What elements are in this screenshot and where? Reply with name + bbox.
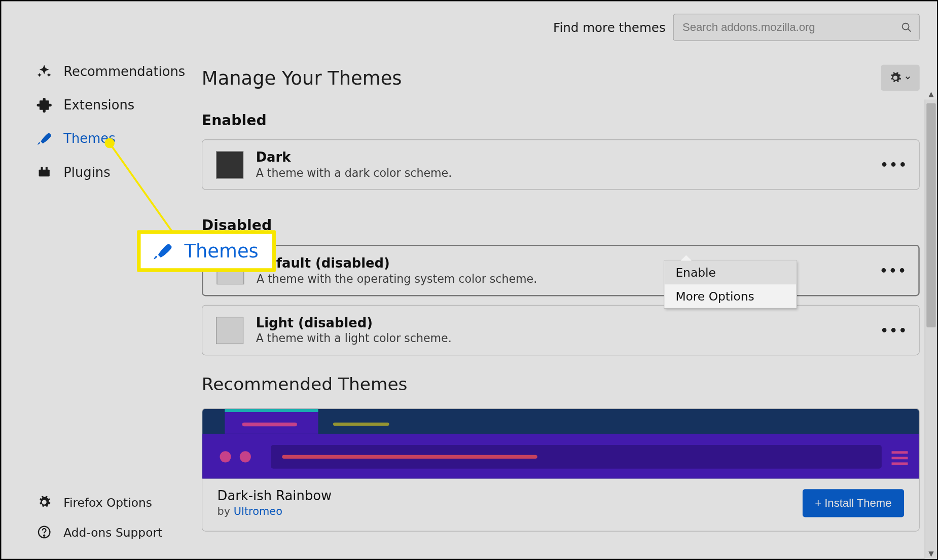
sidebar-item-label: Recommendations [63,64,185,79]
recommended-theme-card[interactable]: Dark-ish Rainbow by Ultromeo + Install T… [202,408,920,532]
sidebar-item-themes[interactable]: Themes [36,131,202,147]
scrollbar-thumb[interactable] [926,103,935,327]
sidebar-item-plugins[interactable]: Plugins [36,164,202,180]
recommended-heading: Recommended Themes [202,374,920,395]
sidebar-item-label: Extensions [63,98,134,113]
recommended-theme-name: Dark-ish Rainbow [218,489,332,503]
hamburger-icon [891,451,908,465]
svg-point-6 [44,535,45,536]
gear-icon [36,494,52,510]
main-content: Manage Your Themes Enabled Dark A theme … [202,47,937,558]
sidebar-item-extensions[interactable]: Extensions [36,97,202,114]
theme-preview [202,409,919,479]
sidebar-item-label: Themes [63,131,115,146]
brush-icon [36,131,52,147]
puzzle-icon [36,97,52,114]
gear-icon [889,71,902,84]
sidebar-item-label: Add-ons Support [63,525,162,539]
more-options-button[interactable]: ••• [883,155,905,174]
disabled-heading: Disabled [202,217,920,234]
sidebar-item-label: Plugins [63,165,110,179]
sidebar-item-addons-support[interactable]: Add-ons Support [36,524,202,540]
scroll-down-icon[interactable]: ▼ [925,548,937,559]
svg-rect-4 [46,167,48,171]
install-theme-button[interactable]: + Install Theme [803,489,904,517]
svg-point-0 [903,23,909,30]
search-input[interactable] [673,14,919,41]
svg-line-1 [908,29,911,32]
vertical-scrollbar[interactable]: ▲ ▼ [925,99,937,558]
theme-name: Dark [256,150,871,165]
context-menu: Enable More Options [664,260,797,309]
sidebar-item-firefox-options[interactable]: Firefox Options [36,494,202,510]
svg-rect-2 [39,170,50,176]
sidebar: Recommendations Extensions Themes [1,47,201,558]
theme-thumbnail [216,316,243,344]
theme-description: A theme with a dark color scheme. [256,166,871,179]
page-title: Manage Your Themes [202,67,402,89]
context-menu-enable[interactable]: Enable [664,261,796,285]
enabled-heading: Enabled [202,112,920,128]
sidebar-item-label: Firefox Options [63,495,152,509]
svg-rect-3 [41,167,43,171]
more-options-button[interactable]: ••• [883,321,905,340]
author-link[interactable]: Ultromeo [234,505,282,517]
help-icon [36,524,52,540]
sidebar-item-recommendations[interactable]: Recommendations [36,63,202,80]
find-more-label: Find more themes [553,20,666,34]
sparkle-icon [36,63,52,80]
scroll-up-icon[interactable]: ▲ [925,88,937,99]
search-wrapper [673,14,919,41]
theme-card-dark[interactable]: Dark A theme with a dark color scheme. •… [202,139,920,190]
theme-card-light[interactable]: Light (disabled) A theme with a light co… [202,305,920,355]
theme-thumbnail [216,151,243,178]
callout-label: Themes [184,240,258,262]
search-icon[interactable] [901,22,912,33]
plug-icon [36,164,52,180]
theme-description: A theme with a light color scheme. [256,332,871,345]
more-options-button[interactable]: ••• [882,261,905,280]
brush-icon [152,241,173,262]
settings-button[interactable] [881,65,920,91]
chevron-down-icon [904,74,912,82]
theme-card-default[interactable]: Default (disabled) A theme with the oper… [202,245,920,296]
context-menu-more-options[interactable]: More Options [664,284,796,308]
recommended-theme-author: by Ultromeo [218,505,332,517]
callout-annotation: Themes [137,230,276,272]
theme-name: Light (disabled) [256,316,871,330]
